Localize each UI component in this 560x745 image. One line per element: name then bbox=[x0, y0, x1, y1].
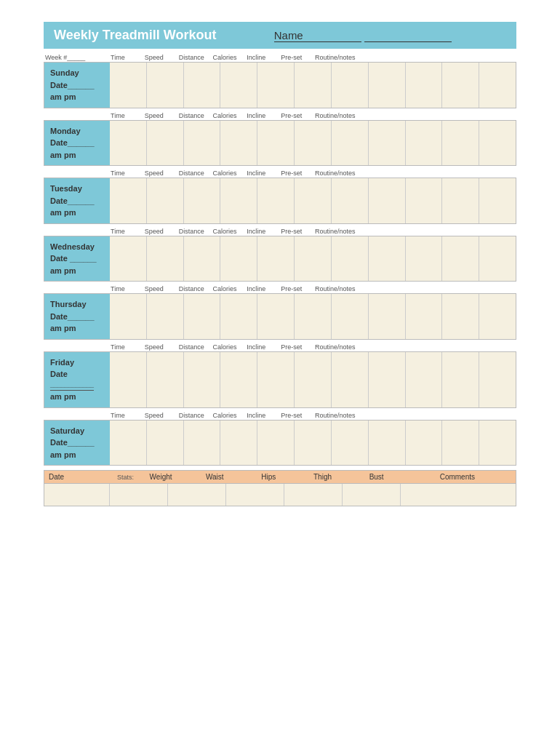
stats-weight-label: Weight bbox=[134, 473, 188, 481]
friday-cell-1 bbox=[110, 352, 146, 407]
col-routine-0: Routine/notes bbox=[313, 54, 380, 61]
thursday-cells bbox=[110, 294, 516, 339]
col-calories-0: Calories bbox=[211, 54, 245, 61]
friday-cell-2 bbox=[146, 352, 183, 407]
friday-section: Time Speed Distance Calories Incline Pre… bbox=[44, 343, 516, 408]
tuesday-cell-4 bbox=[220, 178, 257, 223]
col-distance-th: Distance bbox=[177, 285, 212, 292]
sunday-cell-4 bbox=[220, 63, 257, 108]
saturday-cells bbox=[110, 421, 516, 466]
thursday-cell-11 bbox=[479, 294, 516, 339]
sunday-cell-2 bbox=[146, 63, 183, 108]
stats-data-cells bbox=[110, 484, 516, 506]
thursday-block: Thursday Date______ am pm bbox=[44, 293, 516, 340]
col-time-m: Time bbox=[109, 112, 143, 119]
tuesday-cell-5 bbox=[257, 178, 294, 223]
sunday-cell-3 bbox=[183, 63, 220, 108]
sunday-col-headers: Week #_____ Time Speed Distance Calories… bbox=[44, 53, 516, 62]
sunday-cells bbox=[110, 63, 516, 108]
col-speed-f: Speed bbox=[143, 343, 177, 351]
tuesday-cell-11 bbox=[479, 178, 516, 223]
saturday-cell-8 bbox=[368, 421, 405, 466]
wednesday-cell-4 bbox=[220, 236, 257, 282]
wednesday-label: Wednesday Date ______ am pm bbox=[44, 236, 110, 282]
wednesday-section: Time Speed Distance Calories Incline Pre… bbox=[44, 227, 516, 282]
friday-cell-6 bbox=[294, 352, 331, 407]
friday-cell-5 bbox=[257, 352, 294, 407]
col-routine-f: Routine/notes bbox=[313, 343, 380, 351]
friday-cell-3 bbox=[183, 352, 220, 407]
col-preset-sa: Pre-set bbox=[279, 412, 313, 419]
col-speed-w: Speed bbox=[143, 228, 177, 235]
wednesday-cell-2 bbox=[146, 236, 183, 282]
stats-weight-cell bbox=[110, 484, 168, 506]
monday-cell-2 bbox=[146, 121, 183, 166]
wednesday-cell-6 bbox=[294, 236, 331, 282]
stats-hips-label: Hips bbox=[241, 473, 295, 481]
thursday-cell-9 bbox=[405, 294, 442, 339]
friday-cell-4 bbox=[220, 352, 257, 407]
col-preset-w: Pre-set bbox=[279, 228, 313, 235]
sunday-section: Week #_____ Time Speed Distance Calories… bbox=[44, 53, 516, 108]
stats-comments-cell bbox=[401, 484, 516, 506]
sunday-cell-6 bbox=[294, 63, 331, 108]
friday-cell-9 bbox=[405, 352, 442, 407]
stats-waist-cell bbox=[168, 484, 226, 506]
sunday-cell-7 bbox=[331, 63, 368, 108]
sunday-cell-8 bbox=[368, 63, 405, 108]
stats-thigh-cell bbox=[284, 484, 343, 506]
col-speed-t: Speed bbox=[143, 170, 177, 177]
thursday-cell-3 bbox=[183, 294, 220, 339]
wednesday-cell-5 bbox=[257, 236, 294, 282]
sunday-cell-9 bbox=[405, 63, 442, 108]
sunday-cell-10 bbox=[441, 63, 479, 108]
friday-cell-10 bbox=[441, 352, 479, 407]
tuesday-section: Time Speed Distance Calories Incline Pre… bbox=[44, 169, 516, 224]
stats-waist-label: Waist bbox=[188, 473, 241, 481]
thursday-section: Time Speed Distance Calories Incline Pre… bbox=[44, 284, 516, 340]
thursday-cell-4 bbox=[220, 294, 257, 339]
stats-header: Date Stats: Weight Waist Hips Thigh Bust… bbox=[44, 470, 516, 484]
wednesday-cell-8 bbox=[368, 236, 405, 282]
monday-block: Monday Date______ am pm bbox=[44, 120, 516, 167]
tuesday-col-headers: Time Speed Distance Calories Incline Pre… bbox=[44, 169, 516, 178]
col-time-w: Time bbox=[109, 228, 143, 235]
thursday-cell-1 bbox=[110, 294, 146, 339]
thursday-cell-8 bbox=[368, 294, 405, 339]
monday-cells bbox=[110, 121, 516, 166]
monday-cell-7 bbox=[331, 121, 368, 166]
thursday-cell-10 bbox=[441, 294, 479, 339]
friday-block: Friday Date ____________ am pm bbox=[44, 351, 516, 408]
stats-comments-label: Comments bbox=[404, 473, 511, 481]
saturday-block: Saturday Date______ am pm bbox=[44, 420, 516, 466]
tuesday-cell-8 bbox=[368, 178, 405, 223]
col-speed-0: Speed bbox=[143, 54, 177, 61]
col-distance-sa: Distance bbox=[177, 412, 212, 419]
thursday-cell-2 bbox=[146, 294, 183, 339]
thursday-label: Thursday Date______ am pm bbox=[44, 294, 110, 339]
col-calories-m: Calories bbox=[211, 112, 245, 119]
saturday-cell-6 bbox=[294, 421, 331, 466]
col-calories-w: Calories bbox=[211, 228, 245, 235]
wednesday-col-headers: Time Speed Distance Calories Incline Pre… bbox=[44, 227, 516, 236]
col-incline-w: Incline bbox=[245, 228, 279, 235]
monday-cell-9 bbox=[405, 121, 442, 166]
stats-hips-cell bbox=[226, 484, 284, 506]
wednesday-cell-11 bbox=[479, 236, 516, 282]
col-speed-sa: Speed bbox=[143, 412, 177, 419]
col-weeknum: Week #_____ bbox=[44, 54, 109, 61]
tuesday-cell-6 bbox=[294, 178, 331, 223]
col-preset-0: Pre-set bbox=[279, 54, 313, 61]
thursday-cell-5 bbox=[257, 294, 294, 339]
col-routine-th: Routine/notes bbox=[313, 285, 380, 292]
saturday-cell-4 bbox=[220, 421, 257, 466]
col-preset-th: Pre-set bbox=[279, 285, 313, 292]
monday-cell-4 bbox=[220, 121, 257, 166]
col-time-t: Time bbox=[109, 170, 143, 177]
wednesday-cells bbox=[110, 236, 516, 282]
saturday-label: Saturday Date______ am pm bbox=[44, 421, 110, 466]
stats-bust-label: Bust bbox=[350, 473, 404, 481]
monday-label: Monday Date______ am pm bbox=[44, 121, 110, 166]
stats-bust-cell bbox=[343, 484, 401, 506]
tuesday-cell-7 bbox=[331, 178, 368, 223]
